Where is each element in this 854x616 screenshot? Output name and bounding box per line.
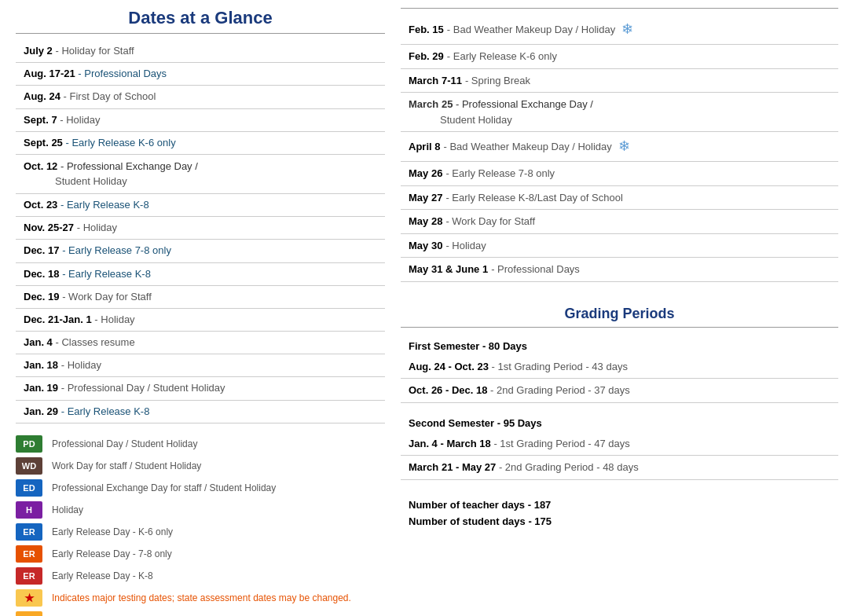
date-label: March 25 — [409, 98, 456, 110]
list-item: H Holiday — [16, 501, 385, 519]
legend-text: Holiday — [52, 504, 83, 515]
date-label: March 7-11 — [409, 73, 462, 89]
teacher-days: Number of teacher days - 187 — [409, 499, 830, 511]
ed-badge: ED — [16, 479, 42, 497]
date-desc: - Holiday — [60, 114, 100, 126]
legend-text: Work Day for staff / Student Holiday — [52, 460, 201, 471]
list-item: March 21 - May 27 - 2nd Grading Period -… — [401, 456, 838, 480]
date-desc: - Bad Weather Makeup Day / Holiday — [443, 139, 611, 155]
list-item: Feb. 15 - Bad Weather Makeup Day / Holid… — [401, 15, 838, 45]
date-label: Dec. 18 — [24, 268, 62, 280]
snowflake-icon: ❄ — [618, 136, 630, 157]
grade-label: Jan. 4 - March 18 — [409, 438, 493, 449]
date-desc: - Bad Weather Makeup Day / Holiday — [447, 22, 615, 38]
date-label: May 26 — [409, 166, 442, 182]
grade-label: Oct. 26 - Dec. 18 — [409, 384, 490, 396]
date-desc: - Holiday — [94, 314, 134, 325]
grade-desc: - 1st Grading Period - 47 days — [493, 438, 629, 449]
list-item: Aug. 17-21 - Professional Days — [16, 63, 385, 86]
list-item: Oct. 12 - Professional Exchange Day / St… — [16, 155, 385, 194]
date-extra: Student Holiday — [409, 112, 830, 128]
grading-periods-title: Grading Periods — [401, 298, 838, 328]
date-desc: - Spring Break — [465, 73, 530, 89]
date-label: Oct. 23 — [24, 199, 60, 211]
list-item: ER Early Release Day - 7-8 only — [16, 545, 385, 563]
date-desc: - Work Day for Staff — [62, 291, 152, 302]
date-label: Nov. 25-27 — [24, 222, 77, 233]
list-item: July 2 - Holiday for Staff — [16, 40, 385, 63]
date-label: April 8 — [409, 139, 440, 155]
list-item: May 27 - Early Release K-8/Last Day of S… — [401, 186, 838, 211]
list-item: Nov. 25-27 - Holiday — [16, 217, 385, 240]
date-label: Oct. 12 — [24, 160, 60, 172]
date-desc: - Holiday — [61, 359, 101, 371]
list-item: ★ Indicates major testing dates; state a… — [16, 589, 385, 607]
date-label: May 31 & June 1 — [409, 262, 488, 277]
left-column: Dates at a Glance July 2 - Holiday for S… — [16, 8, 385, 616]
list-item: Jan. 18 - Holiday — [16, 354, 385, 377]
list-item: March 7-11 - Spring Break — [401, 69, 838, 94]
list-item: May 28 - Work Day for Staff — [401, 210, 838, 234]
list-item: WD Work Day for staff / Student Holiday — [16, 457, 385, 475]
date-desc: - Early Release K-8/Last Day of School — [445, 190, 622, 206]
list-item: Jan. 4 - Classes resume — [16, 332, 385, 354]
list-item: May 26 - Early Release 7-8 only — [401, 162, 838, 186]
list-item: Aug. 24 - Oct. 23 - 1st Grading Period -… — [401, 355, 838, 380]
first-semester-header: First Semester - 80 Days — [401, 334, 838, 355]
grade-label: Aug. 24 - Oct. 23 — [409, 361, 491, 372]
h-badge: H — [16, 501, 42, 519]
list-item: Jan. 19 - Professional Day / Student Hol… — [16, 377, 385, 400]
date-label: Sept. 25 — [24, 137, 65, 148]
wd-badge: WD — [16, 457, 42, 475]
legend-text: Professional Day / Student Holiday — [52, 438, 197, 449]
date-label: Feb. 29 — [409, 49, 444, 64]
date-label: Jan. 19 — [24, 382, 61, 394]
date-desc: - Early Release 7-8 only — [445, 166, 555, 182]
legend-section: PD Professional Day / Student Holiday WD… — [16, 435, 385, 616]
date-label: Jan. 4 — [24, 336, 55, 348]
list-item: Dec. 18 - Early Release K-8 — [16, 263, 385, 286]
list-item: Oct. 26 - Dec. 18 - 2nd Grading Period -… — [401, 379, 838, 403]
list-item: Jan. 4 - March 18 - 1st Grading Period -… — [401, 432, 838, 456]
date-label: Dec. 19 — [24, 291, 62, 302]
date-label: Sept. 7 — [24, 114, 60, 126]
star-badge: ★ — [16, 589, 42, 607]
er-78-badge: ER — [16, 545, 42, 563]
page-title: Dates at a Glance — [16, 8, 385, 34]
list-item: Dec. 21-Jan. 1 - Holiday — [16, 309, 385, 332]
date-desc: - Early Release K-6 only — [65, 137, 175, 148]
legend-text: Early Release Day - 7-8 only — [52, 548, 172, 559]
date-label: Feb. 15 — [409, 22, 444, 38]
date-desc: - Early Release K-6 only — [447, 49, 557, 64]
grade-desc: - 2nd Grading Period - 48 days — [499, 461, 639, 473]
legend-text: Early Release Day - K-6 only — [52, 526, 173, 537]
list-item: Feb. 29 - Early Release K-6 only — [401, 45, 838, 69]
snowflake-icon: ❄ — [621, 19, 633, 40]
right-dates-list: Feb. 15 - Bad Weather Makeup Day / Holid… — [401, 8, 838, 282]
date-extra: Student Holiday — [24, 174, 377, 189]
date-label: Jan. 18 — [24, 359, 61, 371]
list-item: Dec. 17 - Early Release 7-8 only — [16, 240, 385, 262]
list-item: ED Professional Exchange Day for staff /… — [16, 479, 385, 497]
list-item: Dec. 19 - Work Day for Staff — [16, 286, 385, 309]
grade-desc: - 2nd Grading Period - 37 days — [490, 384, 630, 396]
pd-badge: PD — [16, 435, 42, 453]
date-desc: - Early Release K-8 — [60, 199, 149, 211]
date-desc: - Professional Exchange Day / — [456, 98, 593, 110]
date-label: Dec. 17 — [24, 244, 62, 256]
list-item: May 30 - Holiday — [401, 234, 838, 258]
legend-text: Indicates major testing dates; state ass… — [52, 592, 351, 603]
date-desc: - First Day of School — [64, 90, 156, 102]
list-item: Jan. 29 - Early Release K-8 — [16, 401, 385, 424]
legend-text: Early Release Day - K-8 — [52, 570, 153, 581]
er-k8-badge: ER — [16, 567, 42, 585]
list-item: Sept. 7 - Holiday — [16, 109, 385, 132]
student-days: Number of student days - 175 — [409, 515, 830, 527]
right-column: Feb. 15 - Bad Weather Makeup Day / Holid… — [401, 8, 838, 616]
date-label: Dec. 21-Jan. 1 — [24, 314, 94, 325]
date-label: May 28 — [409, 214, 442, 229]
date-desc: - Holiday for Staff — [55, 45, 134, 57]
grading-periods-section: Grading Periods First Semester - 80 Days… — [401, 298, 838, 535]
list-item: Oct. 23 - Early Release K-8 — [16, 194, 385, 217]
date-desc: - Classes resume — [55, 336, 134, 348]
